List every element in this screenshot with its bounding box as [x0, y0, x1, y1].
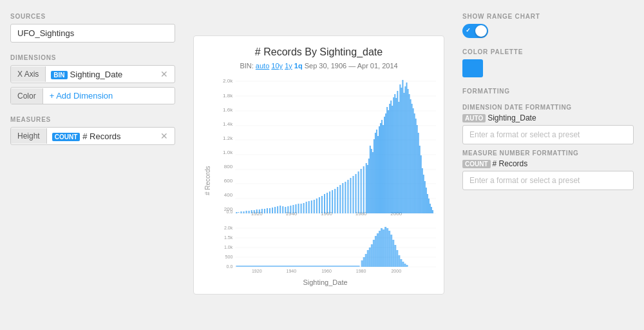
- svg-rect-154: [390, 235, 392, 267]
- svg-rect-119: [423, 175, 424, 213]
- svg-rect-147: [377, 233, 379, 267]
- source-input[interactable]: [10, 24, 175, 43]
- svg-rect-67: [345, 182, 346, 213]
- svg-rect-93: [389, 104, 390, 213]
- height-label: Height: [11, 128, 47, 144]
- color-swatch[interactable]: [462, 59, 483, 77]
- dim-date-format-input[interactable]: [462, 125, 634, 144]
- svg-rect-66: [342, 183, 343, 213]
- svg-rect-74: [363, 166, 365, 213]
- show-range-toggle[interactable]: ✓: [462, 24, 488, 38]
- svg-text:400: 400: [224, 192, 233, 198]
- measures-label: MEASURES: [10, 116, 175, 123]
- svg-rect-68: [347, 180, 348, 213]
- svg-rect-51: [303, 203, 305, 213]
- svg-rect-50: [301, 204, 302, 213]
- xaxis-tag: BIN: [51, 71, 67, 79]
- left-panel: SOURCES DIMENSIONS X Axis BINSighting_Da…: [0, 0, 185, 330]
- svg-rect-162: [406, 265, 408, 267]
- svg-rect-124: [430, 204, 431, 213]
- svg-rect-29: [246, 211, 247, 213]
- svg-rect-160: [402, 262, 404, 267]
- svg-rect-36: [264, 209, 265, 213]
- measure-num-format-input[interactable]: [462, 171, 634, 190]
- svg-rect-114: [417, 125, 418, 213]
- svg-rect-42: [279, 206, 281, 213]
- color-palette-label: COLOR PALETTE: [462, 48, 634, 55]
- sources-label: SOURCES: [10, 13, 175, 20]
- measure-num-field-name: # Records: [493, 159, 528, 168]
- toggle-row: ✓: [462, 24, 634, 38]
- svg-rect-152: [386, 228, 388, 267]
- svg-text:1.0k: 1.0k: [223, 150, 233, 155]
- svg-rect-125: [431, 207, 432, 213]
- svg-rect-40: [274, 207, 276, 213]
- svg-rect-107: [408, 89, 409, 213]
- dimensions-label: DIMENSIONS: [10, 54, 175, 61]
- svg-rect-112: [414, 113, 415, 213]
- date-range: Sep 30, 1906 — Apr 01, 2014: [305, 62, 398, 70]
- svg-rect-126: [432, 210, 433, 213]
- svg-rect-53: [308, 201, 310, 213]
- x-axis-label: Sighting_Date: [214, 278, 436, 286]
- chart-bin-row: BIN: auto 10y 1y 1q Sep 30, 1906 — Apr 0…: [202, 62, 436, 70]
- chart-card: # Records By Sighting_date BIN: auto 10y…: [193, 35, 444, 295]
- color-dimension-row: Color + Add Dimension: [10, 87, 175, 104]
- svg-rect-106: [406, 82, 407, 213]
- svg-rect-95: [392, 106, 393, 213]
- svg-rect-57: [319, 197, 320, 213]
- svg-rect-55: [314, 200, 315, 213]
- svg-text:1940: 1940: [287, 269, 297, 273]
- svg-rect-35: [261, 209, 263, 213]
- svg-rect-48: [295, 204, 296, 213]
- bin-1q[interactable]: 1q: [294, 62, 303, 70]
- svg-rect-88: [383, 125, 384, 213]
- svg-rect-72: [358, 171, 359, 213]
- bin-auto[interactable]: auto: [256, 62, 269, 70]
- svg-rect-123: [428, 199, 430, 213]
- add-dimension-button[interactable]: + Add Dimension: [43, 88, 175, 104]
- svg-rect-44: [285, 207, 286, 213]
- measure-num-subtitle: MEASURE NUMBER FORMATTING: [462, 150, 634, 157]
- svg-rect-82: [375, 133, 376, 213]
- toggle-check-icon: ✓: [466, 27, 472, 34]
- svg-text:1.5k: 1.5k: [224, 235, 233, 240]
- formatting-label: FORMATTING: [462, 88, 634, 95]
- svg-rect-118: [422, 168, 423, 213]
- svg-rect-157: [396, 250, 398, 267]
- svg-rect-26: [238, 212, 239, 213]
- svg-rect-60: [327, 193, 328, 213]
- xaxis-close-button[interactable]: ✕: [154, 66, 175, 82]
- svg-text:1960: 1960: [321, 269, 332, 273]
- svg-rect-159: [400, 259, 402, 267]
- dim-date-format-group: DIMENSION DATE FORMATTING AUTOSighting_D…: [462, 104, 634, 144]
- svg-text:2.0k: 2.0k: [223, 78, 233, 84]
- height-close-button[interactable]: ✕: [154, 128, 175, 144]
- svg-rect-153: [388, 231, 390, 267]
- svg-text:500: 500: [225, 255, 233, 259]
- measures-section: MEASURES Height COUNT# Records ✕: [10, 116, 175, 145]
- svg-rect-121: [426, 188, 427, 213]
- svg-text:1.8k: 1.8k: [223, 93, 233, 99]
- svg-rect-62: [332, 190, 333, 213]
- svg-rect-110: [412, 104, 413, 213]
- svg-rect-148: [379, 231, 381, 267]
- svg-rect-52: [306, 202, 307, 213]
- svg-rect-96: [393, 97, 394, 213]
- svg-rect-38: [269, 208, 270, 213]
- svg-text:1.2k: 1.2k: [223, 135, 233, 141]
- svg-rect-151: [384, 227, 386, 267]
- svg-rect-32: [254, 210, 255, 213]
- svg-rect-90: [385, 113, 386, 213]
- svg-rect-46: [290, 206, 291, 213]
- svg-rect-161: [404, 264, 406, 267]
- xaxis-dimension-row: X Axis BINSighting_Date ✕: [10, 65, 175, 83]
- bin-1y[interactable]: 1y: [285, 62, 292, 70]
- svg-rect-81: [374, 139, 375, 213]
- svg-rect-75: [366, 163, 367, 213]
- bin-10y[interactable]: 10y: [271, 62, 283, 70]
- svg-rect-84: [377, 136, 379, 213]
- svg-rect-92: [388, 110, 389, 213]
- svg-rect-73: [361, 169, 362, 213]
- svg-text:2.0k: 2.0k: [224, 226, 233, 230]
